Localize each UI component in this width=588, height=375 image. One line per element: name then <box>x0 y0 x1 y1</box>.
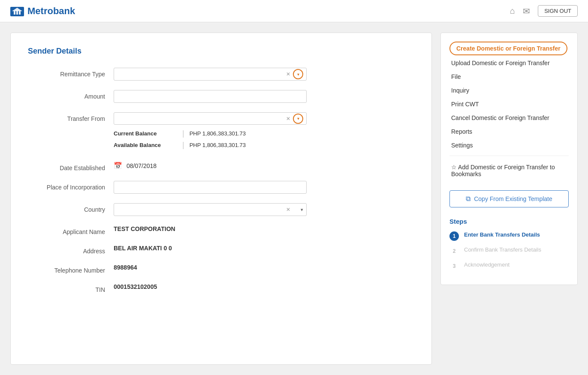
mail-icon[interactable]: ✉ <box>523 6 530 16</box>
step-2-label: Confirm Bank Transfers Details <box>464 246 541 254</box>
sidebar-item-settings-label: Settings <box>451 142 473 149</box>
remittance-type-select-wrapper: RTGS ✕ ▾ <box>114 68 307 81</box>
telephone-number-label: Telephone Number <box>28 264 114 274</box>
transfer-from-row: Transfer From 0013001358970 (PHP) · TEST… <box>28 112 414 152</box>
steps-title: Steps <box>449 218 569 225</box>
section-title: Sender Details <box>28 47 414 56</box>
sidebar-item-print-cwt[interactable]: Print CWT <box>449 97 569 111</box>
copy-template-icon: ⧉ <box>466 195 470 203</box>
sidebar-item-print-cwt-label: Print CWT <box>451 101 479 108</box>
date-established-row: Date Established 📅 08/07/2018 <box>28 162 414 171</box>
calendar-icon[interactable]: 📅 <box>114 162 122 170</box>
address-value: BEL AIR MAKATI 0 0 <box>114 242 172 252</box>
sidebar-item-upload-label: Upload Domestic or Foreign Transfer <box>451 60 550 66</box>
sidebar-item-cancel[interactable]: Cancel Domestic or Foreign Transfer <box>449 111 569 125</box>
remittance-type-control: RTGS ✕ ▾ <box>114 68 307 81</box>
address-control: BEL AIR MAKATI 0 0 <box>114 245 307 252</box>
step-1-item: 1 Enter Bank Transfers Details <box>449 231 569 241</box>
nav-separator <box>449 156 569 156</box>
date-field-wrapper: 📅 08/07/2018 <box>114 162 307 170</box>
sidebar-item-settings[interactable]: Settings <box>449 138 569 152</box>
country-label: Country <box>28 203 114 213</box>
date-established-control: 📅 08/07/2018 <box>114 162 307 170</box>
step-3-label: Acknowledgement <box>464 261 510 269</box>
tin-value: 0001532102005 <box>114 280 157 290</box>
available-balance-value: PHP 1,806,383,301.73 <box>190 142 246 148</box>
applicant-name-label: Applicant Name <box>28 225 114 235</box>
amount-label: Amount <box>28 90 114 100</box>
country-clear-icon[interactable]: ✕ <box>286 207 290 213</box>
amount-row: Amount 10000 <box>28 90 414 103</box>
sidebar-item-cancel-label: Cancel Domestic or Foreign Transfer <box>451 114 549 121</box>
address-row: Address BEL AIR MAKATI 0 0 <box>28 245 414 255</box>
sign-out-button[interactable]: SIGN OUT <box>538 5 578 17</box>
svg-rect-2 <box>14 11 15 15</box>
remittance-type-clear-icon[interactable]: ✕ <box>286 71 290 77</box>
current-balance-value: PHP 1,806,383,301.73 <box>190 130 246 137</box>
main-container: Sender Details Remittance Type RTGS ✕ ▾ … <box>0 22 588 375</box>
step-1-label: Enter Bank Transfers Details <box>464 231 540 239</box>
step-3-item: 3 Acknowledgement <box>449 261 569 271</box>
svg-rect-4 <box>16 10 18 15</box>
balance-section: Current Balance | PHP 1,806,383,301.73 A… <box>114 129 307 150</box>
country-row: Country PHILIPPINES ✕ ▾ <box>28 203 414 216</box>
date-established-value: 08/07/2018 <box>127 162 157 169</box>
copy-template-button[interactable]: ⧉ Copy From Existing Template <box>449 190 569 207</box>
sidebar-item-inquiry-label: Inquiry <box>451 87 469 94</box>
step-3-number: 3 <box>449 261 459 271</box>
sidebar-item-file[interactable]: File <box>449 70 569 84</box>
country-dropdown-arrow[interactable]: ▾ <box>301 207 303 213</box>
transfer-from-label: Transfer From <box>28 112 114 122</box>
step-1-number: 1 <box>449 231 459 241</box>
date-established-label: Date Established <box>28 162 114 171</box>
country-control: PHILIPPINES ✕ ▾ <box>114 203 307 216</box>
place-of-incorporation-control: Makati City <box>114 181 307 194</box>
amount-input[interactable]: 10000 <box>114 90 307 103</box>
logo: Metrobank <box>10 5 75 17</box>
applicant-name-value: TEST CORPORATION <box>114 222 175 232</box>
place-of-incorporation-input[interactable]: Makati City <box>114 181 307 194</box>
transfer-from-clear-icon[interactable]: ✕ <box>286 116 290 122</box>
telephone-number-control: 8988964 <box>114 264 307 271</box>
place-of-incorporation-row: Place of Incorporation Makati City <box>28 181 414 194</box>
telephone-number-value: 8988964 <box>114 261 137 271</box>
tin-row: TIN 0001532102005 <box>28 283 414 293</box>
tin-control: 0001532102005 <box>114 283 307 290</box>
copy-template-label: Copy From Existing Template <box>474 195 552 202</box>
place-of-incorporation-label: Place of Incorporation <box>28 181 114 191</box>
sidebar-item-file-label: File <box>451 73 461 80</box>
remittance-type-label: Remittance Type <box>28 68 114 78</box>
country-select-wrapper: PHILIPPINES ✕ ▾ <box>114 203 307 216</box>
transfer-from-control: 0013001358970 (PHP) · TEST ACCOUNT 05855… <box>114 112 307 152</box>
address-label: Address <box>28 245 114 255</box>
logo-icon <box>10 5 24 17</box>
amount-control: 10000 <box>114 90 307 103</box>
step-2-item: 2 Confirm Bank Transfers Details <box>449 246 569 256</box>
remittance-type-input[interactable]: RTGS <box>114 68 307 81</box>
transfer-from-input[interactable]: 0013001358970 (PHP) · TEST ACCOUNT 05855… <box>114 112 307 125</box>
transfer-from-select-wrapper: 0013001358970 (PHP) · TEST ACCOUNT 05855… <box>114 112 307 125</box>
applicant-name-control: TEST CORPORATION <box>114 225 307 232</box>
sidebar-item-reports[interactable]: Reports <box>449 125 569 138</box>
tin-label: TIN <box>28 283 114 293</box>
country-input[interactable]: PHILIPPINES <box>114 203 307 216</box>
right-panel: Create Domestic or Foreign Transfer Uplo… <box>440 33 578 285</box>
balance-separator-1: | <box>182 129 184 138</box>
current-balance-label: Current Balance <box>114 130 182 137</box>
home-icon[interactable]: ⌂ <box>510 6 515 16</box>
step-2-number: 2 <box>449 246 459 256</box>
sidebar-item-create[interactable]: Create Domestic or Foreign Transfer <box>449 42 567 55</box>
sidebar-item-reports-label: Reports <box>451 128 472 135</box>
current-balance-row: Current Balance | PHP 1,806,383,301.73 <box>114 129 307 138</box>
header: Metrobank ⌂ ✉ SIGN OUT <box>0 0 588 22</box>
remittance-type-row: Remittance Type RTGS ✕ ▾ <box>28 68 414 81</box>
sidebar-item-inquiry[interactable]: Inquiry <box>449 84 569 97</box>
available-balance-label: Available Balance <box>114 142 182 148</box>
telephone-number-row: Telephone Number 8988964 <box>28 264 414 274</box>
steps-section: Steps 1 Enter Bank Transfers Details 2 C… <box>449 218 569 271</box>
bookmark-link[interactable]: ☆ Add Domestic or Foreign Transfer to Bo… <box>449 159 569 182</box>
sidebar-item-upload[interactable]: Upload Domestic or Foreign Transfer <box>449 56 569 70</box>
applicant-name-row: Applicant Name TEST CORPORATION <box>28 225 414 235</box>
svg-rect-3 <box>19 11 21 15</box>
left-panel: Sender Details Remittance Type RTGS ✕ ▾ … <box>10 33 432 365</box>
